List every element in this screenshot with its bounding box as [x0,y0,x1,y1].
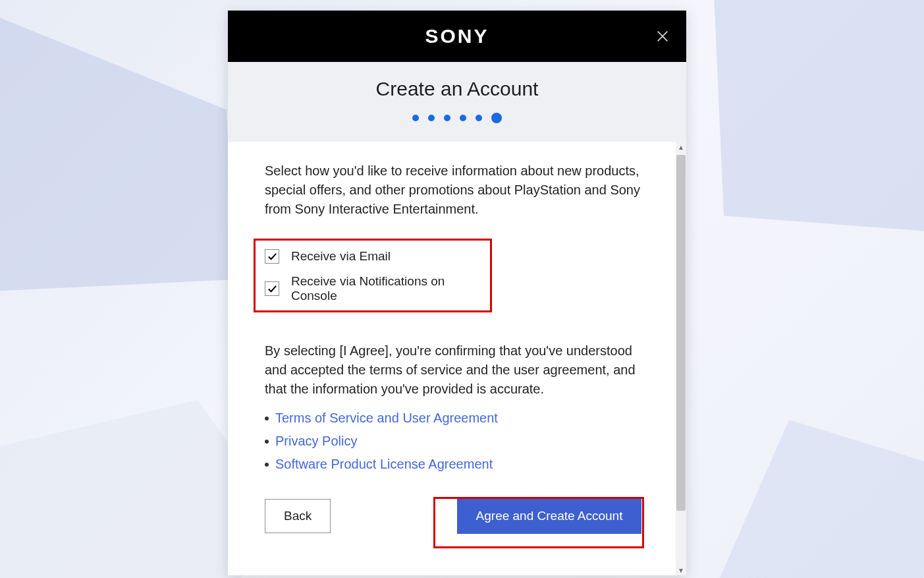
list-item: Software Product License Agreement [265,457,647,472]
modal-body-wrapper: ▲ ▼ Select how you'd like to receive inf… [228,142,686,575]
bullet-icon [265,417,269,420]
progress-dot [476,115,482,121]
bullet-icon [265,440,269,444]
progress-indicator [241,115,673,123]
modal-title-area: Create an Account [228,62,686,142]
intro-paragraph: Select how you'd like to receive informa… [265,161,647,219]
checkbox-group: Receive via Email Receive via Notificati… [263,233,494,323]
legal-links-list: Terms of Service and User Agreement Priv… [265,411,647,472]
scrollbar[interactable]: ▲ ▼ [676,142,686,575]
checkbox-email[interactable] [265,249,279,264]
scrollbar-thumb[interactable] [676,155,686,511]
list-item: Privacy Policy [265,434,647,449]
modal-body: Select how you'd like to receive informa… [228,142,676,575]
progress-dot-active [491,113,502,123]
close-icon [655,29,670,43]
link-privacy-policy[interactable]: Privacy Policy [275,434,357,449]
link-license-agreement[interactable]: Software Product License Agreement [275,457,493,472]
progress-dot [412,115,419,121]
list-item: Terms of Service and User Agreement [265,411,647,426]
scroll-up-icon[interactable]: ▲ [676,142,686,152]
checkbox-row-email: Receive via Email [265,249,485,264]
checkbox-console[interactable] [265,281,279,296]
agree-create-account-button[interactable]: Agree and Create Account [457,498,641,534]
checkbox-label-console: Receive via Notifications on Console [291,274,485,303]
checkmark-icon [267,284,277,294]
checkmark-icon [267,252,277,262]
checkbox-label-email: Receive via Email [291,249,391,264]
progress-dot [460,115,466,121]
page-title: Create an Account [241,78,673,100]
scroll-down-icon[interactable]: ▼ [676,565,686,575]
link-terms-of-service[interactable]: Terms of Service and User Agreement [275,411,498,426]
sony-logo: SONY [425,25,489,47]
bullet-icon [265,463,269,467]
back-button[interactable]: Back [265,499,331,533]
modal-header: SONY [228,11,686,62]
close-button[interactable] [651,24,674,48]
progress-dot [444,115,450,121]
create-account-modal: SONY Create an Account ▲ ▼ Select how yo… [228,11,686,575]
button-row: Back Agree and Create Account [265,493,647,539]
checkbox-row-console: Receive via Notifications on Console [265,274,485,303]
agree-paragraph: By selecting [I Agree], you're confirmin… [265,341,647,399]
progress-dot [428,115,435,121]
primary-button-wrapper: Agree and Create Account [452,493,647,539]
